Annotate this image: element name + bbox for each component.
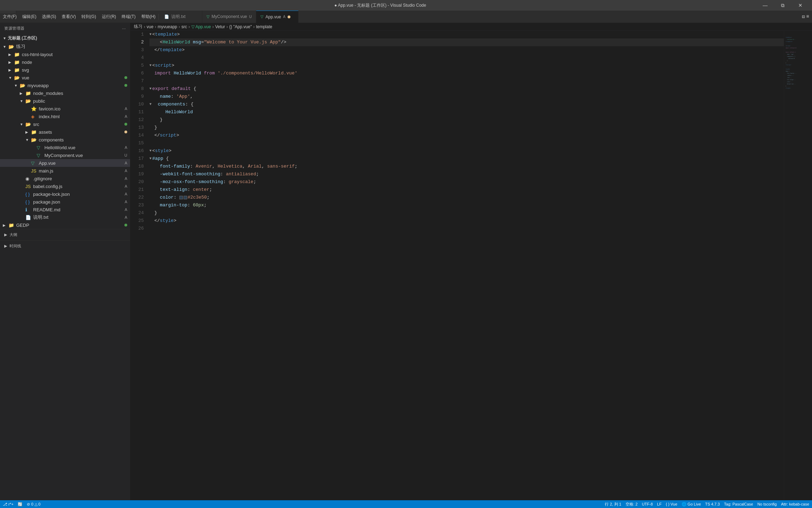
tree-item-package-lock[interactable]: ▶ { } package-lock.json A bbox=[0, 190, 130, 198]
tree-item-node[interactable]: ▶ 📁 node bbox=[0, 58, 130, 66]
folder-icon-svg: 📁 bbox=[14, 67, 20, 73]
statusbar-eol[interactable]: LF bbox=[657, 502, 662, 506]
svg-text:-moz-...: -moz-... bbox=[787, 77, 792, 78]
badge-mycomponent-vue: U bbox=[124, 153, 127, 157]
file-icon-helloworld-vue: ▽ bbox=[37, 145, 43, 150]
tree-item-shuoming-txt[interactable]: ▶ 📄 说明.txt A bbox=[0, 213, 130, 221]
fold-5[interactable]: ▼ bbox=[149, 62, 152, 69]
badge-vue bbox=[124, 76, 127, 79]
more-tabs-icon[interactable]: ≡ bbox=[806, 14, 809, 20]
tab-icon-appvue: ▽ bbox=[260, 14, 263, 19]
arrow-assets: ▶ bbox=[25, 130, 31, 134]
breadcrumb: 练习 › vue › myvueapp › src › ▽ App.vue › … bbox=[130, 23, 812, 31]
fold-10[interactable]: ▼ bbox=[149, 101, 152, 108]
menu-help[interactable]: 帮助(H) bbox=[141, 14, 156, 20]
menu-goto[interactable]: 转到(G) bbox=[81, 14, 96, 20]
menu-edit[interactable]: 编辑(E) bbox=[22, 14, 36, 20]
menu-file[interactable]: 文件(F) bbox=[3, 14, 17, 20]
tree-item-css-html[interactable]: ▶ 📁 css-html-layout bbox=[0, 50, 130, 58]
tree-item-babel-config[interactable]: ▶ JS babel.config.js A bbox=[0, 182, 130, 190]
tree-item-src[interactable]: ▼ 📂 src bbox=[0, 120, 130, 128]
tree-item-vue[interactable]: ▼ 📂 vue bbox=[0, 74, 130, 81]
tree-item-readme[interactable]: ▶ ℹ README.md A bbox=[0, 206, 130, 213]
breadcrumb-vue[interactable]: vue bbox=[147, 24, 153, 29]
tree-item-favicon[interactable]: ▶ ⭐ favicon.ico A bbox=[0, 105, 130, 113]
tree-item-main-js[interactable]: ▶ JS main.js A bbox=[0, 167, 130, 175]
statusbar-sync[interactable]: 🔄 bbox=[18, 502, 23, 507]
breadcrumb-appvue[interactable]: ▽ App.vue bbox=[191, 24, 211, 29]
statusbar-attr[interactable]: Attr: kebab-case bbox=[781, 502, 809, 506]
tree-item-lianxi[interactable]: ▼ 📂 练习 bbox=[0, 43, 130, 50]
fold-16[interactable]: ▼ bbox=[149, 147, 152, 155]
code-line-10: ▼ components: { bbox=[149, 101, 784, 108]
file-icon-shuoming-txt: 📄 bbox=[25, 215, 32, 220]
tree-item-package-json[interactable]: ▶ { } package.json A bbox=[0, 198, 130, 206]
statusbar-tsconfig[interactable]: No tsconfig bbox=[757, 502, 777, 506]
tree-item-gedp[interactable]: ▶ 📁 GEDP bbox=[0, 221, 130, 229]
statusbar-position[interactable]: 行 2, 列 1 bbox=[605, 502, 621, 507]
tree-item-public[interactable]: ▼ 📂 public bbox=[0, 97, 130, 105]
code-line-22: color: #2c3e50; bbox=[149, 194, 784, 201]
breadcrumb-src[interactable]: src bbox=[182, 24, 187, 29]
tree-item-index-html[interactable]: ▶ ◈ index.html A bbox=[0, 113, 130, 120]
tree-item-helloworld-vue[interactable]: ▶ ▽ HelloWorld.vue A bbox=[0, 144, 130, 151]
statusbar-language[interactable]: { } Vue bbox=[666, 502, 677, 506]
tree-item-mycomponent-vue[interactable]: ▶ ▽ MyComponent.vue U bbox=[0, 151, 130, 159]
outline-label[interactable]: ▶ 大纲 bbox=[0, 231, 130, 239]
breadcrumb-template[interactable]: template bbox=[256, 24, 272, 29]
tree-item-node-modules[interactable]: ▶ 📁 node_modules bbox=[0, 89, 130, 97]
statusbar-encoding[interactable]: UTF-8 bbox=[642, 502, 653, 506]
tree-item-myvueapp[interactable]: ▼ 📂 myvueapp bbox=[0, 81, 130, 89]
menu-terminal[interactable]: 终端(T) bbox=[122, 14, 135, 20]
tab-appvue[interactable]: ▽ App.vue A bbox=[256, 11, 299, 23]
file-icon-readme: ℹ bbox=[25, 207, 32, 212]
tree-label-index-html: index.html bbox=[39, 114, 125, 119]
menu-view[interactable]: 查看(V) bbox=[62, 14, 76, 20]
tree-label-readme: README.md bbox=[33, 207, 125, 212]
breadcrumb-sep-5: › bbox=[212, 24, 214, 29]
window-controls: — ⧉ ✕ bbox=[757, 0, 808, 11]
svg-text:components: {: components: { bbox=[787, 56, 795, 57]
code-line-19: -webkit-font-smoothing: antialiased; bbox=[149, 170, 784, 178]
minimize-button[interactable]: — bbox=[757, 0, 773, 11]
folder-icon-node: 📁 bbox=[14, 60, 20, 65]
tree-item-app-vue[interactable]: ▶ ▽ App.vue A bbox=[0, 159, 130, 167]
fold-1[interactable]: ▼ bbox=[149, 31, 152, 38]
tab-shuoming[interactable]: 📄 说明.txt bbox=[160, 11, 202, 23]
statusbar-golive[interactable]: 🌐 Go Live bbox=[682, 502, 701, 507]
breadcrumb-obj[interactable]: {} "App.vue" bbox=[229, 24, 252, 29]
menu-run[interactable]: 运行(R) bbox=[102, 14, 116, 20]
statusbar-spaces[interactable]: 空格: 2 bbox=[626, 502, 638, 507]
statusbar-tag[interactable]: Tag: PascalCase bbox=[724, 502, 753, 506]
statusbar-errors[interactable]: ⊘ 0 △ 0 bbox=[27, 502, 40, 507]
tree-item-components[interactable]: ▼ 📂 components bbox=[0, 136, 130, 144]
sidebar-more-icon[interactable]: ··· bbox=[122, 26, 126, 31]
tab-mycomponent[interactable]: ▽ MyComponent.vue U bbox=[202, 11, 256, 23]
workspace-collapse-icon[interactable]: ▼ bbox=[3, 36, 6, 40]
breadcrumb-myvueapp[interactable]: myvueapp bbox=[158, 24, 177, 29]
badge-assets bbox=[124, 131, 127, 133]
editor-area: 练习 › vue › myvueapp › src › ▽ App.vue › … bbox=[130, 23, 812, 500]
line-num-7: 7 bbox=[130, 77, 144, 85]
svg-text:<template>: <template> bbox=[786, 37, 792, 38]
breadcrumb-lianxi[interactable]: 练习 bbox=[134, 24, 142, 30]
statusbar-git[interactable]: ⎇ r*+ bbox=[3, 502, 13, 507]
line-num-19: 19 bbox=[130, 170, 144, 178]
fold-17[interactable]: ▼ bbox=[149, 155, 152, 163]
menu-select[interactable]: 选择(S) bbox=[42, 14, 56, 20]
split-editor-icon[interactable]: ⊡ bbox=[802, 14, 805, 20]
maximize-button[interactable]: ⧉ bbox=[775, 0, 791, 11]
titlebar: ● App.vue - 无标题 (工作区) - Visual Studio Co… bbox=[0, 0, 812, 11]
tree-item-svg[interactable]: ▶ 📁 svg bbox=[0, 66, 130, 74]
svg-text:<HelloWorld...: <HelloWorld... bbox=[787, 39, 796, 40]
timeline-label[interactable]: ▶ 时间线 bbox=[0, 242, 130, 250]
svg-text:-webkit-...: -webkit-... bbox=[787, 75, 794, 76]
tree-label-mycomponent-vue: MyComponent.vue bbox=[44, 153, 124, 158]
fold-8[interactable]: ▼ bbox=[149, 85, 152, 93]
breadcrumb-vetur[interactable]: Vetur bbox=[215, 24, 225, 29]
statusbar-ts[interactable]: TS 4.7.3 bbox=[705, 502, 720, 506]
tree-item-assets[interactable]: ▶ 📁 assets bbox=[0, 128, 130, 136]
code-editor[interactable]: 1 2 3 4 5 6 7 8 9 10 11 12 13 14 15 16 1 bbox=[130, 31, 812, 500]
tree-item-gitignore[interactable]: ▶ ◉ .gitignore A bbox=[0, 175, 130, 182]
close-button[interactable]: ✕ bbox=[792, 0, 808, 11]
